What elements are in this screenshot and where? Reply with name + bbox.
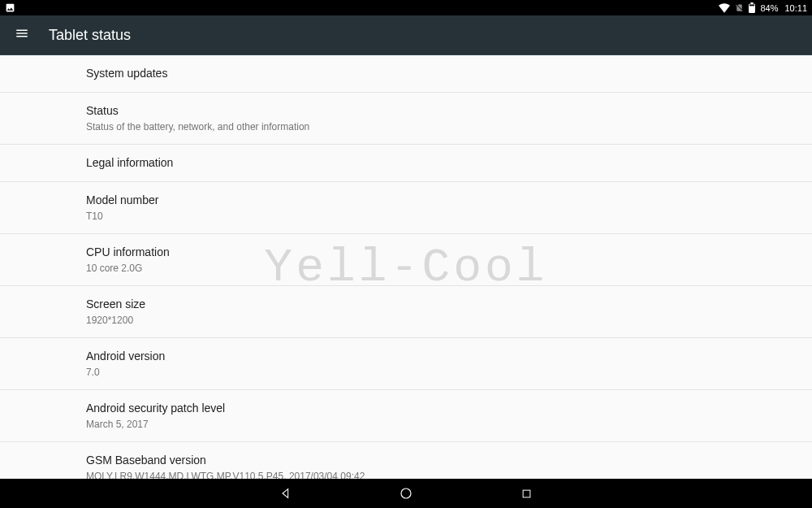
nav-recent-button[interactable] bbox=[519, 486, 533, 501]
android-navbar bbox=[0, 479, 812, 508]
svg-rect-2 bbox=[523, 490, 530, 497]
row-secondary: March 5, 2017 bbox=[86, 418, 812, 431]
row-primary: Status bbox=[86, 103, 812, 119]
row-secondary: T10 bbox=[86, 210, 812, 223]
row-system-updates[interactable]: System updates bbox=[0, 55, 812, 93]
row-secondary: Status of the battery, network, and othe… bbox=[86, 120, 812, 133]
nav-home-button[interactable] bbox=[399, 486, 413, 501]
row-android-version[interactable]: Android version 7.0 bbox=[0, 338, 812, 390]
gallery-notification-icon bbox=[5, 2, 15, 13]
row-android-security-patch-level[interactable]: Android security patch level March 5, 20… bbox=[0, 390, 812, 442]
no-sim-icon bbox=[735, 2, 744, 13]
row-secondary: 7.0 bbox=[86, 366, 812, 379]
row-secondary: MOLY.LR9.W1444.MD.LWTG.MP.V110.5.P45, 20… bbox=[86, 470, 812, 479]
row-secondary: 10 core 2.0G bbox=[86, 262, 812, 275]
android-statusbar: 84% 10:11 bbox=[0, 0, 812, 15]
clock: 10:11 bbox=[784, 3, 807, 13]
row-status[interactable]: Status Status of the battery, network, a… bbox=[0, 93, 812, 145]
app-bar: Tablet status bbox=[0, 15, 812, 55]
row-primary: Android security patch level bbox=[86, 401, 812, 416]
row-primary: System updates bbox=[86, 66, 812, 81]
battery-pct: 84% bbox=[760, 3, 778, 13]
battery-icon bbox=[749, 2, 755, 13]
row-legal-information[interactable]: Legal information bbox=[0, 145, 812, 182]
row-primary: Screen size bbox=[86, 297, 812, 312]
row-screen-size[interactable]: Screen size 1920*1200 bbox=[0, 286, 812, 338]
row-gsm-baseband-version[interactable]: GSM Baseband version MOLY.LR9.W1444.MD.L… bbox=[0, 442, 812, 479]
row-cpu-information[interactable]: CPU information 10 core 2.0G bbox=[0, 234, 812, 286]
svg-point-1 bbox=[401, 488, 411, 498]
row-primary: Legal information bbox=[86, 155, 812, 171]
row-model-number[interactable]: Model number T10 bbox=[0, 182, 812, 234]
content-area: Yell-Cool System updates Status Status o… bbox=[0, 55, 812, 479]
wifi-icon bbox=[719, 3, 730, 13]
row-primary: Android version bbox=[86, 349, 812, 364]
svg-rect-0 bbox=[749, 5, 754, 7]
row-primary: GSM Baseband version bbox=[86, 453, 812, 468]
row-primary: Model number bbox=[86, 193, 812, 208]
row-secondary: 1920*1200 bbox=[86, 314, 812, 327]
menu-icon[interactable] bbox=[15, 26, 29, 44]
row-primary: CPU information bbox=[86, 245, 812, 260]
settings-list: System updates Status Status of the batt… bbox=[0, 55, 812, 479]
page-title: Tablet status bbox=[49, 27, 131, 44]
nav-back-button[interactable] bbox=[279, 486, 293, 501]
